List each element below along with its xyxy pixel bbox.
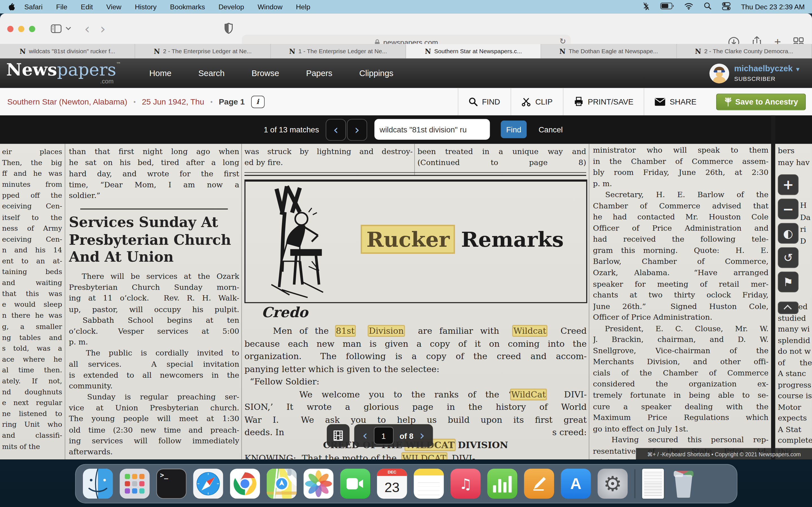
- text-line: mits of the: [2, 441, 62, 452]
- text-line: hard day, and wrote for the first: [69, 168, 239, 179]
- menu-item[interactable]: Safari: [24, 3, 43, 11]
- text-line: Barlow, Chamber of Commerce,: [593, 256, 769, 268]
- text-line: n there he was: [2, 310, 62, 321]
- page-number: Page 1: [219, 97, 245, 106]
- clip-button[interactable]: CLIP: [510, 88, 563, 115]
- back-button[interactable]: ‹: [79, 22, 95, 36]
- previous-page-button[interactable]: ‹: [363, 429, 368, 442]
- print-save-button[interactable]: PRINT/SAVE: [563, 88, 644, 115]
- sidebar-chevron-icon[interactable]: [66, 27, 71, 31]
- maps-icon[interactable]: [267, 469, 297, 499]
- menu-item[interactable]: Edit: [81, 3, 93, 11]
- collapse-controls-button[interactable]: [778, 302, 799, 314]
- thumbnail-strip-button[interactable]: [327, 424, 350, 447]
- info-button[interactable]: i: [251, 96, 264, 108]
- menu-item[interactable]: File: [56, 3, 67, 11]
- save-to-ancestry-button[interactable]: Save to Ancestry: [716, 94, 806, 110]
- safari-icon[interactable]: [193, 469, 223, 499]
- privacy-shield-icon[interactable]: [224, 23, 233, 34]
- zoom-window-button[interactable]: [29, 25, 35, 32]
- text-line: eir places: [2, 147, 62, 158]
- text-line: speaker for meeting of retail mer-: [593, 279, 769, 290]
- finder-icon[interactable]: [83, 469, 113, 499]
- previous-match-button[interactable]: ‹: [326, 119, 346, 140]
- calendar-icon[interactable]: DEC 23: [377, 469, 407, 499]
- newspapers-logo[interactable]: Newspapers™ .com: [6, 62, 121, 84]
- trash-icon[interactable]: [671, 469, 697, 499]
- menu-item[interactable]: View: [106, 3, 121, 11]
- apple-menu-icon[interactable]: [7, 2, 15, 11]
- current-page-input[interactable]: 1: [373, 427, 393, 444]
- bluetooth-off-icon[interactable]: [643, 2, 650, 11]
- site-nav-item[interactable]: Browse: [252, 68, 279, 78]
- site-nav-item[interactable]: Papers: [306, 68, 333, 78]
- battery-icon[interactable]: [660, 3, 674, 11]
- paper-date-link[interactable]: 25 Jun 1942, Thu: [142, 97, 204, 106]
- text-line: vice at Union Presbyterian church.: [69, 402, 239, 413]
- rotate-button[interactable]: ↺: [778, 247, 799, 268]
- next-page-button[interactable]: ›: [419, 429, 424, 442]
- music-icon[interactable]: ♫: [451, 469, 481, 499]
- text-line: ring Unit who: [2, 419, 62, 430]
- system-preferences-icon[interactable]: ⚙: [598, 469, 628, 499]
- menu-item[interactable]: Help: [296, 3, 310, 11]
- menu-item[interactable]: Develop: [218, 3, 244, 11]
- text-line: because each new man is given a copy of …: [245, 337, 587, 350]
- text-line: “Fellow Soldier:: [245, 376, 587, 388]
- find-cancel-button[interactable]: Cancel: [535, 121, 567, 138]
- text-line: SION,’ It wrote a glorious page in the h…: [245, 401, 587, 413]
- browser-tab[interactable]: N Southern Star at Newspapers.c...: [406, 44, 541, 58]
- flag-button[interactable]: ⚑: [778, 272, 799, 292]
- menu-item[interactable]: Bookmarks: [170, 3, 205, 11]
- numbers-icon[interactable]: [487, 469, 517, 499]
- close-window-button[interactable]: [7, 25, 13, 32]
- zoom-out-button[interactable]: −: [778, 199, 799, 219]
- find-submit-button[interactable]: Find: [501, 121, 527, 138]
- launchpad-icon[interactable]: [119, 469, 150, 499]
- filmstrip-icon: [332, 429, 344, 442]
- calendar-month: DEC: [377, 469, 407, 476]
- control-center-icon[interactable]: [722, 2, 730, 11]
- contrast-button[interactable]: ◐: [778, 223, 799, 244]
- browser-tab[interactable]: N 1 - The Enterprise Ledger at Ne...: [271, 44, 406, 58]
- newspaper-document-icon[interactable]: [642, 469, 664, 499]
- browser-tab[interactable]: N 2 - The Clarke County Democra...: [677, 44, 812, 58]
- browser-tab[interactable]: N wildcats "81st division" rucker f...: [0, 44, 135, 58]
- site-nav: HomeSearchBrowsePapersClippings: [149, 68, 394, 78]
- menu-item[interactable]: History: [135, 3, 156, 11]
- menu-clock[interactable]: Thu Dec 23 2:39 AM: [741, 3, 805, 11]
- share-button[interactable]: SHARE: [644, 88, 707, 115]
- browser-tab[interactable]: N The Dothan Eagle at Newspape...: [541, 44, 677, 58]
- site-nav-item[interactable]: Clippings: [359, 68, 393, 78]
- text-line: Motor Co: [778, 402, 812, 413]
- facetime-icon[interactable]: [340, 469, 370, 499]
- browser-tab[interactable]: N 2 - The Enterprise Ledger at Ne...: [135, 44, 271, 58]
- find-button[interactable]: FIND: [458, 88, 510, 115]
- user-menu[interactable]: michaelbyczek ▼ SUBSCRIBER: [709, 63, 812, 83]
- sidebar-toggle-icon[interactable]: [51, 24, 62, 33]
- chrome-icon[interactable]: [230, 469, 260, 499]
- pages-icon[interactable]: [524, 469, 554, 499]
- forward-button[interactable]: ›: [95, 22, 111, 36]
- menu-bar: SafariFileEditViewHistoryBookmarksDevelo…: [0, 0, 812, 13]
- text-line: ing at 11 o’clock. Rev. R. H. Walk-: [69, 293, 239, 304]
- chamber-article: ministrator who will speak to themin the…: [593, 145, 769, 459]
- paper-title-link[interactable]: Southern Star (Newton, Alabama): [7, 97, 128, 106]
- app-store-icon[interactable]: A: [561, 469, 591, 499]
- notes-icon[interactable]: [414, 469, 444, 499]
- text-line: e would sleep: [2, 299, 62, 310]
- terminal-icon[interactable]: >_: [156, 469, 187, 499]
- spotlight-icon[interactable]: [704, 2, 712, 11]
- menu-status: Thu Dec 23 2:39 AM: [643, 2, 812, 11]
- site-nav-item[interactable]: Home: [149, 68, 171, 78]
- find-input[interactable]: [374, 119, 490, 139]
- zoom-in-button[interactable]: +: [778, 174, 799, 195]
- menu-item[interactable]: Window: [258, 3, 283, 11]
- wifi-icon[interactable]: [684, 2, 693, 11]
- photos-icon[interactable]: [303, 469, 334, 499]
- username: michaelbyczek: [734, 64, 793, 73]
- newspaper-viewer[interactable]: eir placesThen, the bigff and he wasminu…: [0, 115, 812, 459]
- next-match-button[interactable]: ›: [347, 119, 367, 140]
- site-nav-item[interactable]: Search: [198, 68, 224, 78]
- minimize-window-button[interactable]: [18, 25, 24, 32]
